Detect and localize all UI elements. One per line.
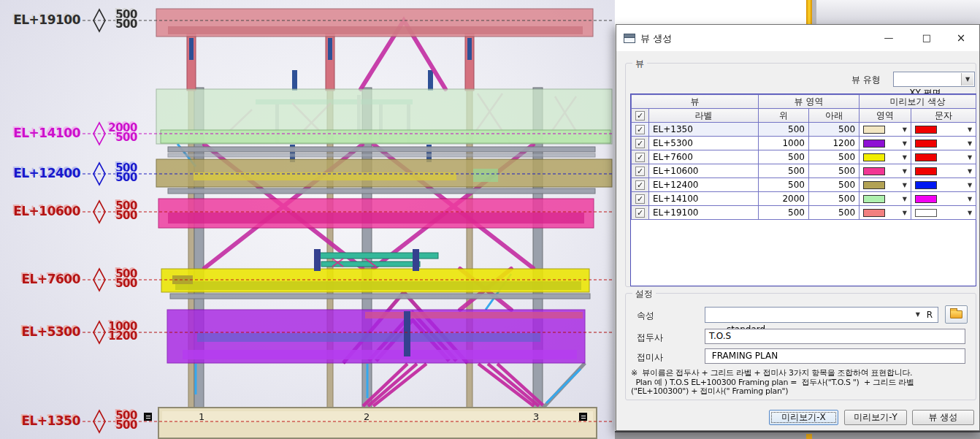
elevation-label: EL+5300 [0,324,80,339]
row-above-value[interactable]: 1000 [759,137,809,150]
create-view-button[interactable]: 뷰 생성 [912,410,974,425]
row-label: EL+7600 [649,150,759,164]
structure-drawing [0,0,615,439]
property-label: 속성 [637,310,654,322]
naming-note: ※ 뷰이름은 접두사 + 그리드 라벨 + 접미사 3가지 항목을 조합하여 표… [631,369,970,397]
row-below-value[interactable]: 500 [809,178,860,192]
elevation-label: EL+12400 [0,166,80,180]
column-area-color: 영역 [860,109,911,123]
view-group-title: 뷰 [632,58,647,70]
row-checkbox[interactable]: ✓ [635,153,645,162]
prefix-label: 접두사 [637,332,663,344]
row-below-value[interactable]: 1200 [809,137,860,150]
area-color-dropdown[interactable]: ▼ [860,137,911,150]
view-table-row: ✓EL+7600500500▼▼ [632,150,976,164]
text-color-dropdown[interactable]: ▼ [911,192,976,205]
row-below-value[interactable]: 500 [809,192,860,206]
area-color-dropdown[interactable]: ▼ [860,164,911,177]
text-color-dropdown[interactable]: ▼ [911,137,976,150]
elevation-label: EL+14100 [0,126,80,140]
row-checkbox[interactable]: ✓ [635,208,645,218]
area-color-dropdown[interactable]: ▼ [860,123,911,136]
background-bottom-strip [615,431,980,439]
row-below-value[interactable]: 500 [809,164,860,178]
row-checkbox[interactable]: ✓ [635,139,645,148]
text-color-dropdown[interactable]: ▼ [911,178,976,191]
column-text-color: 문자 [911,109,976,123]
row-above-value[interactable]: 2000 [759,192,809,206]
text-color-swatch [915,153,937,161]
elevation-range: 500500 [104,10,137,29]
chevron-down-icon[interactable]: ▼ [961,73,973,85]
row-above-value[interactable]: 500 [759,150,809,164]
text-color-dropdown[interactable]: ▼ [911,164,976,177]
area-color-swatch [863,153,885,161]
create-view-dialog: 뷰 생성 — □ × 뷰 뷰 유형 XY 평면 ▼ 뷰 뷰 영역 미리보기 색상 [616,24,980,431]
column-below: 아래 [809,109,860,123]
row-above-value[interactable]: 500 [759,164,809,178]
row-checkbox[interactable]: ✓ [635,180,645,190]
folder-icon [950,310,962,318]
property-r-label: R [927,308,933,322]
preview-x-button[interactable]: 미리보기-X [769,410,838,425]
text-color-dropdown[interactable]: ▼ [911,206,976,219]
row-checkbox[interactable]: ✓ [635,125,645,134]
chevron-down-icon: ▼ [903,126,907,133]
model-view: EL+19100500500EL+141002000500EL+12400500… [0,0,615,439]
text-color-dropdown[interactable]: ▼ [911,123,976,136]
row-checkbox[interactable]: ✓ [635,194,645,204]
dialog-title-bar[interactable]: 뷰 생성 — □ × [616,25,979,51]
area-color-dropdown[interactable]: ▼ [860,192,911,205]
text-color-swatch [915,167,937,175]
row-below-value[interactable]: 500 [809,150,860,164]
elevation-label: EL+7600 [0,272,80,286]
preview-y-button[interactable]: 미리보기-Y [844,410,907,425]
area-color-swatch [863,195,885,203]
elevation-range: 500500 [104,164,137,183]
row-label: EL+12400 [649,178,759,192]
grid-label: 1 [199,411,204,422]
row-label: EL+10600 [649,164,759,178]
row-label: EL+14100 [649,192,759,206]
column-group-range: 뷰 영역 [759,95,860,109]
chevron-down-icon[interactable]: ▼ [916,308,920,322]
elevation-label: EL+10600 [0,204,80,218]
chevron-down-icon: ▼ [968,182,972,188]
row-below-value[interactable]: 500 [809,123,860,137]
maximize-button[interactable]: □ [916,31,938,45]
row-above-value[interactable]: 500 [759,178,809,192]
area-color-swatch [863,140,885,148]
minimize-button[interactable]: — [878,31,900,45]
elevation-range: 500500 [104,411,137,430]
area-color-dropdown[interactable]: ▼ [860,150,911,164]
text-color-swatch [915,126,937,134]
prefix-input[interactable]: T.O.S [705,329,965,344]
row-checkbox[interactable]: ✓ [635,167,645,176]
select-all-checkbox[interactable]: ✓ [635,111,645,121]
browse-button[interactable] [945,305,968,324]
row-above-value[interactable]: 500 [759,206,809,220]
chevron-down-icon: ▼ [968,140,972,147]
chevron-down-icon: ▼ [968,126,972,133]
row-above-value[interactable]: 500 [759,123,809,137]
view-table-row: ✓EL+19100500500▼▼ [632,206,976,220]
section-marker-right [579,413,587,421]
area-color-dropdown[interactable]: ▼ [860,206,911,219]
elevation-range: 2000500 [104,123,137,142]
text-color-dropdown[interactable]: ▼ [911,150,976,164]
row-label: EL+5300 [649,137,759,150]
window-icon [624,34,635,43]
close-button[interactable]: × [950,31,972,45]
row-label: EL+1350 [649,123,759,137]
row-below-value[interactable]: 500 [809,206,860,220]
area-color-dropdown[interactable]: ▼ [860,178,911,191]
view-table-row: ✓EL+1350500500▼▼ [632,123,976,137]
suffix-input[interactable]: FRAMING PLAN [705,348,965,364]
view-type-dropdown[interactable]: XY 평면 ▼ [893,72,975,87]
property-dropdown[interactable]: standard ▼ R [705,307,938,323]
elevation-range: 10001200 [104,322,137,341]
text-color-swatch [915,195,937,203]
view-table-row: ✓EL+141002000500▼▼ [632,192,976,206]
chevron-down-icon: ▼ [903,168,907,175]
area-color-swatch [863,126,885,134]
